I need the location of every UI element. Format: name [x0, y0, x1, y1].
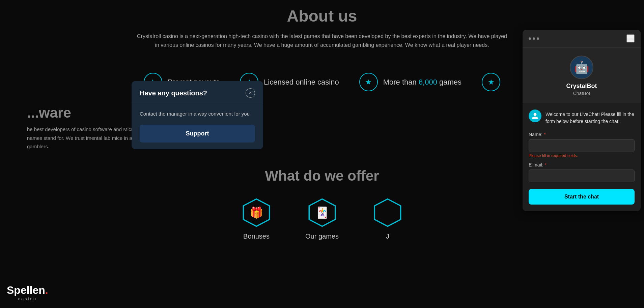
games-count-highlight: 6,000 — [419, 78, 437, 86]
our-games-icon: 🃏 — [307, 197, 337, 228]
svg-text:🃏: 🃏 — [315, 206, 329, 219]
name-error-text: Please fill in required fields. — [529, 153, 635, 158]
offer-item-our-games: 🃏 Our games — [305, 197, 339, 240]
chat-widget: — 🤖 CrystalBot ChatBot Welcome to our Li… — [523, 30, 641, 211]
chat-email-input[interactable] — [529, 170, 635, 182]
chat-minimize-button[interactable]: — — [626, 34, 635, 42]
games-count-suffix: games — [437, 78, 461, 86]
chat-name-label: Name: * — [529, 132, 635, 137]
feature-label-games-count: More than 6,000 games — [383, 78, 461, 87]
chat-name-field: Name: * Please fill in required fields. — [529, 132, 635, 158]
modal-title: Have any questions? — [140, 89, 207, 97]
about-title: About us — [135, 7, 509, 25]
feature-label-licensed-casino: Licensed online casino — [264, 78, 339, 87]
chat-bot-info: 🤖 CrystalBot ChatBot — [523, 48, 641, 103]
logo-sp: Sp — [7, 284, 21, 296]
chat-email-field: E-mail: * — [529, 162, 635, 182]
offer-label-our-games: Our games — [305, 233, 339, 240]
svg-text:🎁: 🎁 — [250, 206, 263, 219]
logo-dot: . — [45, 284, 48, 296]
chat-bot-name: CrystalBot — [566, 83, 597, 90]
logo-sub: casino — [7, 296, 48, 301]
chat-dot-2 — [533, 37, 535, 40]
star-icon-3: ★ — [359, 73, 378, 91]
chat-email-label: E-mail: * — [529, 162, 635, 167]
star-icon-4: ★ — [482, 73, 500, 91]
chat-bot-role: ChatBot — [573, 91, 590, 96]
logo-ellen: ellen — [21, 284, 45, 296]
chat-message-bubble: Welcome to our LiveChat! Please fill in … — [529, 110, 635, 125]
name-required-marker: * — [544, 132, 545, 137]
minimize-icon: — — [627, 35, 634, 42]
chat-welcome-message: Welcome to our LiveChat! Please fill in … — [545, 110, 635, 125]
start-chat-button[interactable]: Start the chat — [529, 189, 635, 205]
svg-marker-4 — [374, 199, 400, 226]
chat-bot-avatar: 🤖 — [570, 56, 593, 79]
close-icon: × — [249, 90, 252, 96]
extra-icon — [372, 197, 403, 228]
email-required-marker: * — [544, 162, 546, 167]
logo-text: Spellen. — [7, 284, 48, 296]
games-count-prefix: More than — [383, 78, 419, 86]
chat-name-input[interactable] — [529, 139, 635, 152]
chat-dot-1 — [529, 37, 531, 40]
feature-item-extra: ★ — [482, 73, 500, 91]
chat-dot-3 — [537, 37, 539, 40]
chat-dots — [529, 37, 539, 40]
chat-form-area: Welcome to our LiveChat! Please fill in … — [523, 103, 641, 211]
modal-body: Contact the manager in a way convenient … — [132, 104, 263, 149]
about-description: Crystalroll casino is a next-generation … — [135, 32, 509, 49]
bonuses-icon: 🎁 — [241, 197, 272, 228]
offer-item-bonuses: 🎁 Bonuses — [241, 197, 272, 240]
feature-item-games-count: ★ More than 6,000 games — [359, 73, 461, 91]
modal-subtitle: Contact the manager in a way convenient … — [140, 111, 255, 117]
support-button[interactable]: Support — [140, 125, 255, 143]
offer-label-bonuses: Bonuses — [243, 233, 270, 240]
chat-user-icon — [529, 110, 541, 122]
offer-label-extra: J — [386, 233, 389, 240]
modal-close-button[interactable]: × — [246, 88, 255, 98]
offer-item-extra: J — [372, 197, 403, 240]
modal-popup: Have any questions? × Contact the manage… — [132, 81, 263, 149]
chat-header: — — [523, 30, 641, 48]
logo-bottom: Spellen. casino — [7, 284, 48, 301]
modal-header: Have any questions? × — [132, 81, 263, 104]
